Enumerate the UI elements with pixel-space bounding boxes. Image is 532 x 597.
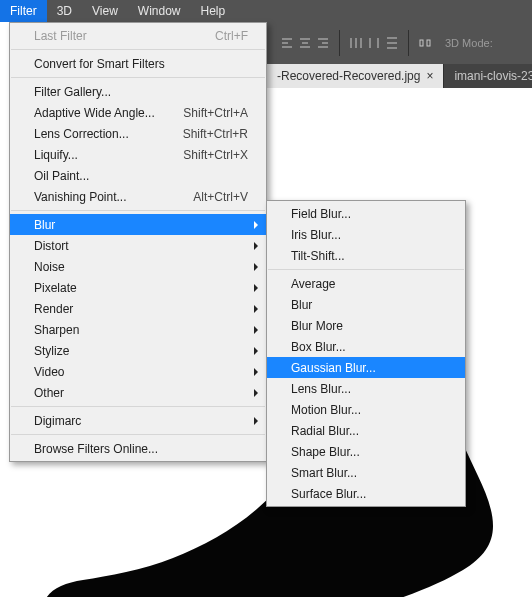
menuitem-label: Sharpen	[34, 323, 79, 337]
menuitem-smart-blur[interactable]: Smart Blur...	[267, 462, 465, 483]
menuitem-last-filter: Last Filter Ctrl+F	[10, 25, 266, 46]
menuitem-blur-more[interactable]: Blur More	[267, 315, 465, 336]
menuitem-shape-blur[interactable]: Shape Blur...	[267, 441, 465, 462]
3d-mode-label: 3D Mode:	[445, 37, 493, 49]
tab-label: -Recovered-Recovered.jpg	[277, 69, 420, 83]
menuitem-label: Distort	[34, 239, 69, 253]
menuitem-label: Stylize	[34, 344, 69, 358]
menuitem-label: Digimarc	[34, 414, 81, 428]
menuitem-label: Radial Blur...	[291, 424, 359, 438]
svg-rect-17	[420, 40, 423, 46]
menuitem-label: Shape Blur...	[291, 445, 360, 459]
menu-separator	[11, 49, 265, 50]
menuitem-label: Blur	[34, 218, 55, 232]
menu-separator	[11, 434, 265, 435]
menuitem-label: Liquify...	[34, 148, 78, 162]
menu-view[interactable]: View	[82, 0, 128, 22]
align-right-icon[interactable]	[315, 35, 331, 51]
menuitem-digimarc[interactable]: Digimarc	[10, 410, 266, 431]
menuitem-lens-blur[interactable]: Lens Blur...	[267, 378, 465, 399]
document-tab-inactive[interactable]: imani-clovis-2347	[444, 64, 532, 88]
menuitem-video[interactable]: Video	[10, 361, 266, 382]
menuitem-motion-blur[interactable]: Motion Blur...	[267, 399, 465, 420]
menuitem-iris-blur[interactable]: Iris Blur...	[267, 224, 465, 245]
document-tabs: -Recovered-Recovered.jpg × imani-clovis-…	[267, 64, 532, 88]
menu-filter[interactable]: Filter	[0, 0, 47, 22]
separator-icon	[408, 30, 409, 56]
menuitem-average[interactable]: Average	[267, 273, 465, 294]
menuitem-label: Last Filter	[34, 29, 87, 43]
menuitem-browse-filters-online[interactable]: Browse Filters Online...	[10, 438, 266, 459]
menuitem-distort[interactable]: Distort	[10, 235, 266, 256]
menuitem-gaussian-blur[interactable]: Gaussian Blur...	[267, 357, 465, 378]
menubar: Filter 3D View Window Help	[0, 0, 532, 22]
menuitem-label: Pixelate	[34, 281, 77, 295]
menuitem-field-blur[interactable]: Field Blur...	[267, 203, 465, 224]
distribute-spacing-icon[interactable]	[417, 35, 433, 51]
menuitem-tilt-shift[interactable]: Tilt-Shift...	[267, 245, 465, 266]
menu-separator	[11, 210, 265, 211]
menuitem-label: Surface Blur...	[291, 487, 366, 501]
menuitem-filter-gallery[interactable]: Filter Gallery...	[10, 81, 266, 102]
menuitem-render[interactable]: Render	[10, 298, 266, 319]
menu-separator	[268, 269, 464, 270]
menuitem-liquify[interactable]: Liquify... Shift+Ctrl+X	[10, 144, 266, 165]
menuitem-label: Convert for Smart Filters	[34, 57, 165, 71]
shortcut-label: Shift+Ctrl+R	[183, 127, 248, 141]
filter-menu-dropdown: Last Filter Ctrl+F Convert for Smart Fil…	[9, 22, 267, 462]
menuitem-label: Blur More	[291, 319, 343, 333]
menuitem-box-blur[interactable]: Box Blur...	[267, 336, 465, 357]
options-bar: 3D Mode:	[267, 22, 532, 64]
menuitem-label: Blur	[291, 298, 312, 312]
menu-separator	[11, 406, 265, 407]
menuitem-other[interactable]: Other	[10, 382, 266, 403]
menuitem-label: Oil Paint...	[34, 169, 89, 183]
menuitem-radial-blur[interactable]: Radial Blur...	[267, 420, 465, 441]
menuitem-label: Motion Blur...	[291, 403, 361, 417]
distribute-hc-icon[interactable]	[366, 35, 382, 51]
document-tab-active[interactable]: -Recovered-Recovered.jpg ×	[267, 64, 444, 88]
svg-rect-18	[427, 40, 430, 46]
menuitem-stylize[interactable]: Stylize	[10, 340, 266, 361]
close-icon[interactable]: ×	[426, 69, 433, 83]
menuitem-vanishing-point[interactable]: Vanishing Point... Alt+Ctrl+V	[10, 186, 266, 207]
shortcut-label: Alt+Ctrl+V	[193, 190, 248, 204]
menuitem-blur[interactable]: Blur	[10, 214, 266, 235]
menuitem-label: Browse Filters Online...	[34, 442, 158, 456]
menuitem-noise[interactable]: Noise	[10, 256, 266, 277]
menu-3d[interactable]: 3D	[47, 0, 82, 22]
menuitem-surface-blur[interactable]: Surface Blur...	[267, 483, 465, 504]
shortcut-label: Shift+Ctrl+X	[183, 148, 248, 162]
menuitem-pixelate[interactable]: Pixelate	[10, 277, 266, 298]
align-center-icon[interactable]	[297, 35, 313, 51]
align-left-icon[interactable]	[279, 35, 295, 51]
menuitem-label: Iris Blur...	[291, 228, 341, 242]
menuitem-label: Field Blur...	[291, 207, 351, 221]
menuitem-label: Render	[34, 302, 73, 316]
menuitem-oil-paint[interactable]: Oil Paint...	[10, 165, 266, 186]
menuitem-label: Other	[34, 386, 64, 400]
menuitem-label: Tilt-Shift...	[291, 249, 345, 263]
tab-label: imani-clovis-2347	[454, 69, 532, 83]
menuitem-label: Noise	[34, 260, 65, 274]
menuitem-label: Smart Blur...	[291, 466, 357, 480]
separator-icon	[339, 30, 340, 56]
menuitem-convert-smart-filters[interactable]: Convert for Smart Filters	[10, 53, 266, 74]
menuitem-sharpen[interactable]: Sharpen	[10, 319, 266, 340]
distribute-h-icon[interactable]	[348, 35, 364, 51]
menuitem-label: Lens Correction...	[34, 127, 129, 141]
menuitem-label: Gaussian Blur...	[291, 361, 376, 375]
menu-window[interactable]: Window	[128, 0, 191, 22]
menuitem-label: Video	[34, 365, 64, 379]
menuitem-adaptive-wide-angle[interactable]: Adaptive Wide Angle... Shift+Ctrl+A	[10, 102, 266, 123]
blur-submenu: Field Blur... Iris Blur... Tilt-Shift...…	[266, 200, 466, 507]
menu-help[interactable]: Help	[191, 0, 236, 22]
menuitem-label: Filter Gallery...	[34, 85, 111, 99]
menuitem-label: Box Blur...	[291, 340, 346, 354]
menuitem-label: Average	[291, 277, 335, 291]
menuitem-blur[interactable]: Blur	[267, 294, 465, 315]
menuitem-label: Lens Blur...	[291, 382, 351, 396]
menuitem-lens-correction[interactable]: Lens Correction... Shift+Ctrl+R	[10, 123, 266, 144]
distribute-v-icon[interactable]	[384, 35, 400, 51]
shortcut-label: Ctrl+F	[215, 29, 248, 43]
